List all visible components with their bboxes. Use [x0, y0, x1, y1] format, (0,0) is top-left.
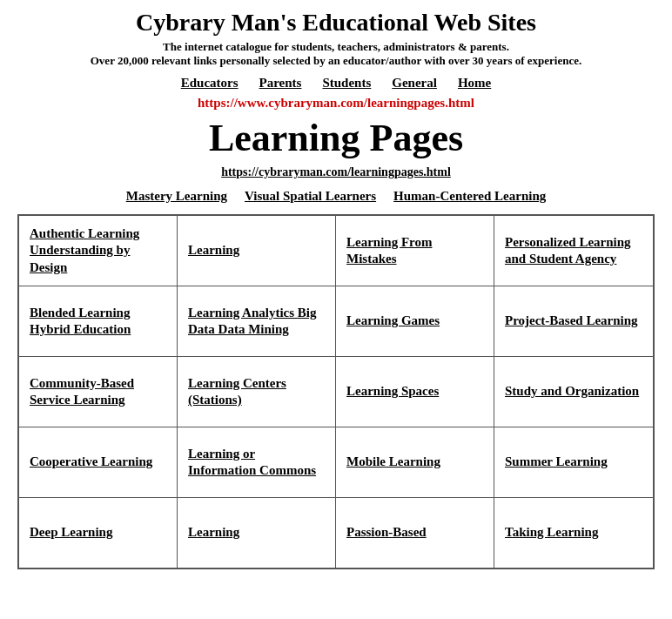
grid-row: Cooperative Learning Learning or Informa… [19, 427, 653, 498]
link-summer-learning[interactable]: Summer Learning [505, 454, 608, 471]
grid-cell: Blended Learning Hybrid Education [19, 286, 178, 356]
grid-cell: Mobile Learning [336, 427, 494, 497]
grid-cell: Learning Analytics Big Data Data Mining [178, 286, 336, 356]
grid-cell: Personalized Learning and Student Agency [494, 216, 653, 286]
grid-cell: Cooperative Learning [19, 427, 178, 497]
link-cooperative-learning[interactable]: Cooperative Learning [30, 454, 152, 471]
grid-cell: Learning From Mistakes [336, 216, 494, 286]
grid-cell: Learning Spaces [336, 357, 494, 427]
grid-cell: Deep Learning [19, 498, 178, 568]
link-mobile-learning[interactable]: Mobile Learning [346, 454, 440, 471]
top-link-visual[interactable]: Visual Spatial Learners [245, 189, 376, 203]
learning-grid: Authentic Learning Understanding by Desi… [17, 214, 655, 569]
top-link-mastery[interactable]: Mastery Learning [126, 189, 227, 203]
top-links: Mastery Learning Visual Spatial Learners… [17, 188, 655, 204]
main-nav: Educators Parents Students General Home [17, 75, 655, 91]
link-learning-centers[interactable]: Learning Centers (Stations) [188, 375, 325, 409]
grid-cell: Learning Centers (Stations) [178, 357, 336, 427]
grid-cell: Learning Games [336, 286, 494, 356]
link-learning2[interactable]: Learning [188, 524, 239, 542]
header-sub2: Over 20,000 relevant links personally se… [17, 54, 655, 68]
link-learning-spaces[interactable]: Learning Spaces [346, 383, 439, 400]
link-passion-based[interactable]: Passion-Based [346, 524, 427, 542]
grid-row: Blended Learning Hybrid Education Learni… [19, 286, 653, 357]
nav-home[interactable]: Home [458, 76, 491, 90]
link-study-organization[interactable]: Study and Organization [505, 383, 639, 400]
url-black[interactable]: https://cybraryman.com/learningpages.htm… [17, 165, 655, 179]
url-red[interactable]: https://www.cybraryman.com/learningpages… [17, 96, 655, 111]
link-project-based[interactable]: Project-Based Learning [505, 313, 638, 330]
grid-cell: Project-Based Learning [494, 286, 653, 356]
grid-cell: Taking Learning [494, 498, 653, 568]
link-learning-analytics[interactable]: Learning Analytics Big Data Data Mining [188, 305, 325, 339]
link-community-based[interactable]: Community-Based Service Learning [30, 375, 166, 409]
link-authentic-learning[interactable]: Authentic Learning Understanding by Desi… [30, 225, 166, 277]
grid-cell: Authentic Learning Understanding by Desi… [19, 216, 178, 286]
grid-cell: Community-Based Service Learning [19, 357, 178, 427]
nav-students[interactable]: Students [322, 76, 371, 90]
grid-row: Community-Based Service Learning Learnin… [19, 357, 653, 427]
nav-parents[interactable]: Parents [259, 76, 302, 90]
grid-cell: Passion-Based [336, 498, 494, 568]
grid-cell: Learning [178, 216, 336, 286]
nav-general[interactable]: General [392, 76, 437, 90]
link-taking-learning[interactable]: Taking Learning [505, 524, 598, 542]
link-deep-learning[interactable]: Deep Learning [30, 524, 112, 542]
link-learning-from-mistakes[interactable]: Learning From Mistakes [346, 234, 483, 268]
grid-row: Deep Learning Learning Passion-Based Tak… [19, 498, 653, 568]
grid-cell: Study and Organization [494, 357, 653, 427]
link-personalized-learning[interactable]: Personalized Learning and Student Agency [505, 234, 642, 268]
link-learning[interactable]: Learning [188, 242, 239, 259]
link-blended-learning[interactable]: Blended Learning Hybrid Education [30, 305, 166, 339]
page-title: Learning Pages [17, 116, 655, 160]
grid-cell: Summer Learning [494, 427, 653, 497]
top-link-human[interactable]: Human-Centered Learning [393, 189, 546, 203]
header-sub1: The internet catalogue for students, tea… [17, 40, 655, 54]
nav-educators[interactable]: Educators [181, 76, 239, 90]
link-learning-commons[interactable]: Learning or Information Commons [188, 446, 325, 480]
site-title: Cybrary Man's Educational Web Sites [17, 9, 655, 37]
grid-row: Authentic Learning Understanding by Desi… [19, 216, 653, 286]
link-learning-games[interactable]: Learning Games [346, 313, 440, 330]
grid-cell: Learning [178, 498, 336, 568]
grid-cell: Learning or Information Commons [178, 427, 336, 497]
